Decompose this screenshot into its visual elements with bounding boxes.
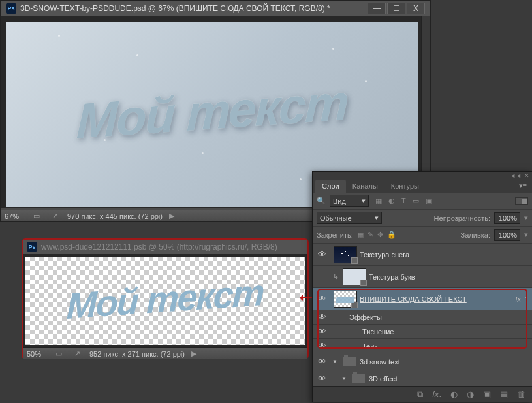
lock-row: Закрепить: ▦ ✎ ✥ 🔒 Заливка: 100% ▾: [313, 227, 532, 244]
share-icon[interactable]: ↗: [49, 212, 61, 221]
second-dimensions-text: 952 пикс. x 271 пикс. (72 ppi): [89, 350, 185, 358]
folder-icon: [343, 357, 356, 366]
visibility-toggle[interactable]: 👁: [313, 357, 331, 366]
add-mask-icon[interactable]: ◐: [450, 389, 458, 399]
maximize-button[interactable]: ☐: [387, 3, 405, 14]
layers-panel: ◄◄✕ Слои Каналы Контуры ▾≡ 🔍 Вид▾ ▦ ◐ T …: [312, 171, 532, 402]
new-adjustment-icon[interactable]: ◑: [467, 389, 474, 399]
visibility-toggle[interactable]: 👁: [313, 374, 331, 383]
lock-all-icon[interactable]: 🔒: [387, 231, 396, 239]
filter-adjustment-icon[interactable]: ◐: [388, 197, 395, 205]
layer-name[interactable]: Текстура букв: [369, 273, 532, 281]
group-collapse-icon[interactable]: ▼: [331, 359, 339, 364]
layer-group-row[interactable]: 👁 ▼ 3d snow text: [313, 353, 532, 370]
second-status-bar: 50% ▭ ↗ 952 пикс. x 271 пикс. (72 ppi) ▶: [23, 347, 307, 359]
filter-shape-icon[interactable]: ▭: [413, 197, 419, 205]
second-document-window: Ps www.psd-dude121212111.psb @ 50% (http…: [22, 238, 309, 359]
fx-badge[interactable]: fx: [515, 295, 521, 303]
filter-pixel-icon[interactable]: ▦: [375, 197, 382, 205]
fill-input[interactable]: 100%: [494, 229, 520, 241]
visibility-toggle[interactable]: 👁: [313, 327, 331, 336]
opacity-input[interactable]: 100%: [494, 212, 520, 224]
opacity-label: Непрозрачность:: [434, 214, 490, 222]
tab-channels[interactable]: Каналы: [346, 180, 384, 193]
second-titlebar[interactable]: Ps www.psd-dude121212111.psb @ 50% (http…: [23, 240, 307, 254]
layer-row[interactable]: ↳ Текстура букв: [313, 266, 532, 288]
new-group-icon[interactable]: ▣: [483, 389, 491, 399]
lock-position-icon[interactable]: ✥: [377, 231, 383, 239]
statusbar-menu-arrow[interactable]: ▶: [191, 349, 196, 358]
close-button[interactable]: X: [407, 3, 425, 14]
dock-icon[interactable]: ▭: [31, 212, 42, 221]
lock-label: Закрепить:: [317, 231, 353, 239]
layer-row[interactable]: 👁 Текстура снега: [313, 244, 532, 266]
dock-icon[interactable]: ▭: [53, 349, 65, 359]
filter-icon[interactable]: 🔍: [317, 197, 326, 205]
panel-tabs: Слои Каналы Контуры ▾≡: [313, 177, 532, 193]
effect-name[interactable]: Тиснение: [362, 328, 532, 336]
filter-type-icon[interactable]: T: [401, 197, 406, 205]
layer-thumbnail[interactable]: [334, 246, 357, 263]
layers-panel-footer: ⧉ fx. ◐ ◑ ▣ ▤ 🗑: [313, 386, 532, 402]
layer-name[interactable]: ВПИШИТЕ СЮДА СВОЙ ТЕКСТ: [360, 295, 515, 303]
layer-row-selected[interactable]: 👁 ВПИШИТЕ СЮДА СВОЙ ТЕКСТ fx ˄: [313, 288, 532, 310]
folder-icon: [352, 374, 365, 383]
share-icon[interactable]: ↗: [71, 349, 83, 359]
visibility-toggle[interactable]: 👁: [313, 294, 331, 304]
lock-pixels-icon[interactable]: ✎: [368, 231, 373, 239]
second-canvas[interactable]: Мой текст: [25, 257, 305, 345]
panel-menu-icon[interactable]: ▾≡: [514, 179, 532, 193]
tab-layers[interactable]: Слои: [315, 180, 346, 193]
layer-name[interactable]: 3D effect: [369, 375, 532, 383]
opacity-slider-arrow[interactable]: ▾: [524, 214, 528, 222]
layer-name[interactable]: 3d snow text: [360, 358, 532, 366]
filter-type-dropdown[interactable]: Вид▾: [330, 195, 369, 207]
visibility-toggle[interactable]: 👁: [313, 250, 331, 259]
panel-grip[interactable]: ◄◄✕: [313, 172, 532, 177]
lock-transparency-icon[interactable]: ▦: [357, 231, 364, 239]
delete-layer-icon[interactable]: 🗑: [517, 389, 525, 399]
statusbar-menu-arrow[interactable]: ▶: [169, 212, 174, 220]
layer-fx-icon[interactable]: fx.: [432, 389, 441, 399]
photoshop-icon: Ps: [6, 3, 16, 14]
layer-name[interactable]: Текстура снега: [360, 251, 532, 259]
minimize-button[interactable]: —: [368, 3, 386, 14]
dimensions-text: 970 пикс. x 445 пикс. (72 ppi): [67, 212, 163, 220]
second-canvas-area[interactable]: Мой текст: [23, 254, 307, 347]
second-canvas-text: Мой текст: [66, 270, 264, 327]
fill-slider-arrow[interactable]: ▾: [524, 231, 528, 239]
new-layer-icon[interactable]: ▤: [500, 389, 508, 399]
zoom-value[interactable]: 67%: [5, 212, 24, 220]
layer-thumbnail[interactable]: [343, 268, 366, 285]
layer-thumbnail[interactable]: [334, 291, 357, 308]
filter-row: 🔍 Вид▾ ▦ ◐ T ▭ ▣: [313, 193, 532, 210]
effect-name[interactable]: Тень: [362, 342, 532, 350]
fill-label: Заливка:: [461, 231, 490, 239]
effect-row[interactable]: 👁 Тиснение: [313, 325, 532, 339]
effects-label: Эффекты: [349, 314, 532, 321]
link-layers-icon[interactable]: ⧉: [417, 389, 423, 400]
effects-collapse-icon[interactable]: ˄: [525, 296, 528, 302]
layers-list: 👁 Текстура снега ↳ Текстура букв 👁 ВПИШИ…: [313, 244, 532, 387]
blend-mode-dropdown[interactable]: Обычные▾: [317, 212, 382, 224]
main-titlebar[interactable]: Ps 3D-SNOW-TEXT-by-PSDDUDE.psd @ 67% (ВП…: [1, 1, 430, 16]
photoshop-icon: Ps: [27, 242, 37, 252]
canvas-3d-text: Мой текст: [76, 73, 349, 149]
layer-group-row[interactable]: 👁 ▼ 3D effect: [313, 370, 532, 387]
main-doc-title: 3D-SNOW-TEXT-by-PSDDUDE.psd @ 67% (ВПИШИ…: [20, 4, 368, 13]
visibility-toggle[interactable]: 👁: [313, 312, 331, 322]
second-doc-title: www.psd-dude121212111.psb @ 50% (http://…: [41, 242, 304, 251]
group-collapse-icon[interactable]: ▼: [340, 376, 348, 381]
tab-paths[interactable]: Контуры: [384, 180, 426, 193]
effects-heading-row[interactable]: 👁 Эффекты: [313, 310, 532, 325]
second-zoom-value[interactable]: 50%: [27, 350, 46, 358]
filter-smart-icon[interactable]: ▣: [426, 197, 432, 205]
clip-indicator-icon: ↳: [331, 272, 340, 281]
visibility-toggle[interactable]: 👁: [313, 341, 331, 351]
effect-row[interactable]: 👁 Тень: [313, 339, 532, 353]
blend-row: Обычные▾ Непрозрачность: 100% ▾: [313, 210, 532, 227]
filter-toggle[interactable]: [515, 197, 528, 205]
